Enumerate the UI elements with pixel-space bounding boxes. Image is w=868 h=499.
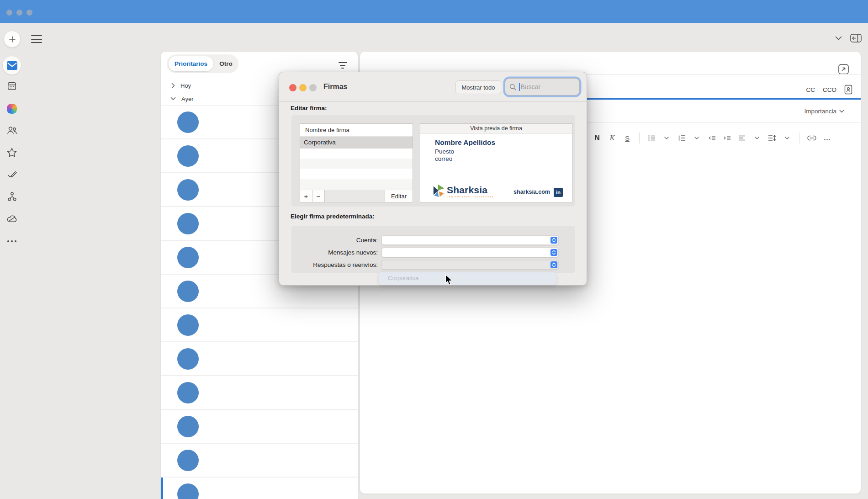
dialog-minimize-icon[interactable] <box>299 84 307 91</box>
add-signature-button[interactable]: + <box>300 190 312 202</box>
linkedin-icon[interactable]: in <box>554 188 563 197</box>
line-spacing-button[interactable] <box>768 134 776 142</box>
dropdown-popup-item[interactable]: Corporativa <box>379 272 556 285</box>
message-row[interactable] <box>161 478 358 499</box>
more-formatting-button[interactable]: … <box>823 134 831 142</box>
copilot-icon <box>7 104 17 114</box>
new-mail-button[interactable] <box>4 31 21 48</box>
chevron-down-icon[interactable] <box>662 137 671 139</box>
sidebar-item-calendar[interactable] <box>3 77 21 95</box>
filter-icon[interactable] <box>339 62 348 69</box>
sidebar-item-tasks[interactable] <box>3 165 21 184</box>
italic-button[interactable]: K <box>608 134 616 142</box>
more-icon <box>7 240 9 242</box>
svg-text:3: 3 <box>678 139 680 142</box>
chevron-down-icon[interactable] <box>693 137 701 139</box>
message-row[interactable] <box>161 410 358 444</box>
menu-toggle-button[interactable] <box>31 35 42 43</box>
stepper-icon <box>550 249 557 256</box>
sidebar-item-favorites[interactable] <box>3 143 21 161</box>
calendar-icon <box>7 81 17 91</box>
signature-preview: Vista previa de firma Nombre Apellidos P… <box>420 123 572 202</box>
sidebar-item-mail[interactable] <box>3 56 21 74</box>
increase-indent-button[interactable] <box>723 134 731 142</box>
chevron-down-icon <box>170 97 176 101</box>
edit-signature-button[interactable]: Editar <box>385 190 413 202</box>
brand-tagline: new horizons - borderless <box>447 196 494 198</box>
underline-button[interactable]: S <box>623 134 631 142</box>
contact-picker-icon[interactable] <box>844 85 852 95</box>
chevron-down-icon[interactable] <box>835 36 842 40</box>
preview-header: Vista previa de firma <box>420 124 572 133</box>
show-all-button[interactable]: Mostrar todo <box>455 80 501 94</box>
dialog-title: Firmas <box>323 83 347 91</box>
inbox-tabs: Prioritarios Otro <box>167 54 238 73</box>
window-zoom-icon <box>26 10 32 16</box>
default-signature-label: Elegir firma predeterminada: <box>291 213 375 220</box>
cco-button[interactable]: CCO <box>823 86 836 93</box>
new-messages-select[interactable] <box>381 248 559 257</box>
people-icon <box>6 125 17 135</box>
signatures-dialog: Firmas Mostrar todo Editar firma: Nombre… <box>279 72 587 286</box>
tab-focused[interactable]: Prioritarios <box>169 56 213 71</box>
link-button[interactable] <box>807 135 816 141</box>
importance-dropdown[interactable]: Importancia <box>804 108 844 115</box>
stepper-icon <box>550 261 557 268</box>
edit-signature-label: Editar firma: <box>291 105 327 111</box>
sidebar-item-people[interactable] <box>3 121 21 139</box>
replies-forwards-select[interactable] <box>381 260 559 270</box>
chevron-down-icon[interactable] <box>783 137 791 139</box>
chevron-down-icon[interactable] <box>753 137 761 139</box>
section-yesterday-label: Ayer <box>181 96 194 102</box>
chevron-down-icon <box>839 110 844 113</box>
message-row[interactable] <box>161 342 358 376</box>
signature-row-selected[interactable]: Corporativa <box>300 137 413 149</box>
org-chart-icon <box>7 191 17 202</box>
stepper-icon <box>550 237 557 244</box>
message-row[interactable] <box>161 444 358 478</box>
sender-avatar <box>177 213 199 234</box>
left-navigation-rail <box>0 46 24 499</box>
search-input[interactable] <box>521 83 571 90</box>
brand-name: Sharksia <box>447 185 494 195</box>
preview-email: correo <box>435 155 452 162</box>
sender-avatar <box>177 281 199 302</box>
text-caret <box>519 83 520 91</box>
numbered-list-button[interactable]: 123 <box>677 134 686 142</box>
sidebar-item-cloud[interactable] <box>3 209 21 228</box>
dialog-close-icon[interactable] <box>289 84 296 91</box>
message-row[interactable] <box>161 308 358 342</box>
sender-avatar <box>177 314 199 336</box>
sidebar-item-more[interactable] <box>3 232 21 250</box>
sender-avatar <box>177 348 199 370</box>
tab-other[interactable]: Otro <box>213 60 238 67</box>
dialog-header: Firmas Mostrar todo <box>279 72 587 102</box>
collapse-panel-icon[interactable] <box>850 34 862 42</box>
search-field[interactable] <box>505 78 580 96</box>
sidebar-item-copilot[interactable] <box>3 100 21 118</box>
align-button[interactable] <box>738 135 746 141</box>
bullet-list-button[interactable] <box>647 134 656 142</box>
signature-list: Nombre de firma Corporativa + − Editar <box>300 123 413 202</box>
sender-avatar <box>177 416 199 437</box>
plus-icon <box>9 36 16 43</box>
message-row[interactable] <box>161 376 358 410</box>
cc-button[interactable]: CC <box>806 86 815 93</box>
bold-button[interactable]: N <box>593 134 601 142</box>
decrease-indent-button[interactable] <box>708 134 716 142</box>
new-messages-label: Mensajes nuevos: <box>291 249 381 256</box>
sender-avatar <box>177 247 199 268</box>
signature-list-footer: + − Editar <box>300 190 413 202</box>
sender-avatar <box>177 382 199 403</box>
replies-forwards-label: Respuestas o reenvíos: <box>291 261 381 268</box>
sender-avatar <box>177 450 199 471</box>
sidebar-item-org[interactable] <box>3 187 21 206</box>
remove-signature-button[interactable]: − <box>312 190 325 202</box>
account-select[interactable] <box>381 235 559 245</box>
search-icon <box>509 84 516 90</box>
star-icon <box>6 147 17 158</box>
sender-avatar <box>177 145 199 167</box>
window-close-icon <box>6 10 12 16</box>
sender-avatar <box>177 483 199 499</box>
sender-avatar <box>177 179 199 201</box>
